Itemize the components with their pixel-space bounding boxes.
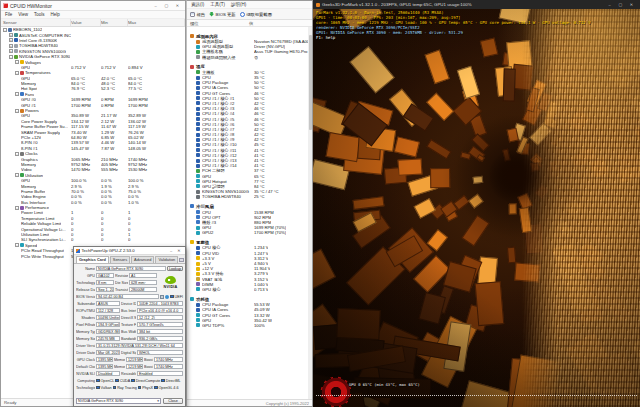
list-item[interactable]: GPU21700 RPM (70%) [187, 230, 308, 235]
collapse-icon[interactable]: - [15, 173, 19, 177]
titlebar-tools [179, 258, 186, 264]
collapse-icon[interactable]: - [15, 109, 19, 113]
hwmonitor-titlebar[interactable]: CPUID HWMonitor – ▢ ✕ [1, 1, 185, 11]
bios-save-icon[interactable] [160, 295, 164, 299]
table-row[interactable]: Core Power Supply134.12 W2.12 W136.02 W [1, 119, 185, 124]
collapse-icon[interactable]: - [15, 92, 19, 96]
tab-graphics-card[interactable]: Graphics Card [76, 256, 109, 263]
table-row[interactable]: 8-PIN #1145.47 W7.87 W148.05 W [1, 146, 185, 151]
table-row[interactable]: Memory84.0 °C48.0 °C84.0 °C [1, 81, 185, 86]
scrollbar[interactable] [308, 27, 312, 399]
table-row[interactable]: Bus Interface0.0 %0.0 %1.0 % [1, 200, 185, 205]
collapse-icon[interactable]: - [15, 60, 19, 64]
table-row[interactable]: 8-PIN #0139.57 W4.46 W140.14 W [1, 140, 185, 145]
maximize-button[interactable]: ▢ [161, 1, 172, 10]
close-dialog-button[interactable]: Close [163, 398, 183, 404]
table-row[interactable]: Video Engine0.0 %0.0 %0.0 % [1, 194, 185, 199]
physx-checkbox[interactable]: PhysX [138, 386, 153, 390]
menu-item[interactable]: 說明(H) [231, 2, 246, 7]
column-value[interactable]: Value [71, 19, 101, 26]
vulkan-checkbox[interactable]: Vulkan [96, 386, 112, 390]
list-item[interactable]: GPU 核心0.713 V [187, 287, 308, 292]
maximize-button[interactable]: ▢ [615, 0, 626, 9]
toolbar-button[interactable]: 擷取視窗截圖 [240, 12, 272, 17]
directml-checkbox[interactable]: DirectML [161, 379, 180, 383]
sensor-label: GPU [21, 65, 30, 70]
table-row[interactable]: Reliable Voltage Limit000 [1, 221, 185, 226]
table-row[interactable]: Power Limit101 [1, 210, 185, 215]
mb-icon [196, 50, 200, 54]
bios-browser-icon[interactable] [165, 295, 169, 299]
collapse-icon[interactable]: - [15, 243, 19, 247]
menu-item[interactable]: Help [50, 12, 59, 17]
field-value: 94.02.42.00.B4 [96, 294, 159, 300]
close-button[interactable]: ✕ [626, 0, 637, 9]
table-row[interactable]: Video1470 MHz555 MHz1530 MHz [1, 167, 185, 172]
expand-icon[interactable]: + [9, 49, 13, 53]
uefi-checkbox[interactable]: UEFI [170, 295, 183, 299]
minimize-button[interactable]: – [150, 1, 161, 10]
opengl-checkbox[interactable]: OpenGL 4.6 [154, 386, 178, 390]
cuda-checkbox[interactable]: CUDA [115, 379, 130, 383]
close-button[interactable]: ✕ [175, 246, 183, 255]
table-row[interactable]: SRAM Power Supply73.40 W1.29 W76.26 W [1, 129, 185, 134]
raytracing-checkbox[interactable]: Ray Tracing [113, 386, 137, 390]
collapse-icon[interactable]: - [15, 152, 19, 156]
table-row[interactable]: Frame Buffer Power Su...117.15 W11.67 W1… [1, 124, 185, 129]
tab-validation[interactable]: Validation [155, 256, 178, 263]
tab-sensors[interactable]: Sensors [110, 256, 130, 263]
expand-icon[interactable]: + [9, 33, 13, 37]
list-item[interactable]: GPU TDP%100% [187, 323, 308, 328]
minimize-button[interactable]: – [167, 246, 175, 255]
column-sensor[interactable]: Sensor [1, 19, 71, 26]
tab-advanced[interactable]: Advanced [131, 256, 154, 263]
sensor-name-cell: Memory [1, 81, 71, 86]
collapse-icon[interactable]: - [15, 71, 19, 75]
table-row[interactable]: GPU0.712 V0.712 V0.894 V [1, 65, 185, 70]
collapse-icon[interactable]: - [15, 206, 19, 210]
toolbar-button[interactable]: 報告 [190, 12, 205, 17]
table-row[interactable]: Memory9752 MHz405 MHz9752 MHz [1, 162, 185, 167]
table-row[interactable]: Hot Spot76.9 °C52.3 °C77.5 °C [1, 86, 185, 91]
table-row[interactable]: PCIe +12V64.80 W6.85 W65.02 W [1, 135, 185, 140]
gpuz-titlebar[interactable]: TechPowerUp GPU-Z 2.53.0 – ✕ [74, 247, 185, 255]
gpu-select[interactable]: NVIDIA GeForce RTX 3090 ▾ [76, 398, 161, 404]
list-item[interactable]: TOSHIBA HDWT84025 °C [187, 194, 308, 199]
minimize-button[interactable]: – [604, 0, 615, 9]
opencl-checkbox[interactable]: OpenCL [96, 379, 114, 383]
collapse-icon[interactable]: - [3, 28, 7, 32]
column-min[interactable]: Min [101, 19, 128, 26]
menu-item[interactable]: 資訊(I) [191, 2, 204, 7]
scrollbar-thumb[interactable] [309, 35, 312, 130]
screenshot-camera-icon[interactable] [179, 258, 184, 262]
list-item[interactable]: 機箱防撬開關入侵否 [187, 55, 308, 60]
table-row[interactable]: Memory2.9 %1.9 %2.9 % [1, 183, 185, 188]
menu-item[interactable]: Tools [34, 12, 45, 17]
table-row[interactable]: GPU100.0 %0.0 %100.0 % [1, 178, 185, 183]
collapse-icon[interactable]: - [9, 55, 13, 59]
table-row[interactable]: Temperature Limit000 [1, 216, 185, 221]
table-row[interactable]: GPU #01699 RPM0 RPM1699 RPM [1, 97, 185, 102]
expand-icon[interactable]: + [9, 44, 13, 48]
table-row[interactable]: Frame Buffer70.0 %0.0 %75.0 % [1, 189, 185, 194]
column-max[interactable]: Max [128, 19, 185, 26]
table-row[interactable]: Utilization Limit001 [1, 232, 185, 237]
column-field[interactable]: 欄位 [187, 21, 249, 26]
menu-item[interactable]: File [5, 12, 12, 17]
lookup-button[interactable]: Lookup [167, 266, 183, 272]
column-value[interactable]: 值 [249, 21, 312, 26]
menu-item[interactable]: View [18, 12, 28, 17]
field-value: NVIDIA GeForce RTX 3090 [96, 266, 166, 272]
expand-icon[interactable]: + [9, 38, 13, 42]
table-row[interactable]: GPU65.0 °C42.0 °C65.0 °C [1, 76, 185, 81]
table-row[interactable]: Operational Voltage Li...000 [1, 226, 185, 231]
close-button[interactable]: ✕ [172, 1, 183, 10]
table-row[interactable]: GPU #11700 RPM0 RPM1700 RPM [1, 102, 185, 107]
menu-item[interactable]: 工具(T) [210, 2, 225, 7]
table-row[interactable]: GPU350.89 W21.17 W352.89 W [1, 113, 185, 118]
table-row[interactable]: Graphics1065 MHz210 MHz1740 MHz [1, 156, 185, 161]
toolbar-button[interactable]: BIOS 更新 [209, 12, 236, 17]
table-row[interactable]: SLI Synchronization Li...000 [1, 237, 185, 242]
directcompute-checkbox[interactable]: DirectCompute [131, 379, 160, 383]
furmark-titlebar[interactable]: Geeks3D FurMark v1.32.1.0 - 203FPS, GPU1… [313, 0, 640, 9]
